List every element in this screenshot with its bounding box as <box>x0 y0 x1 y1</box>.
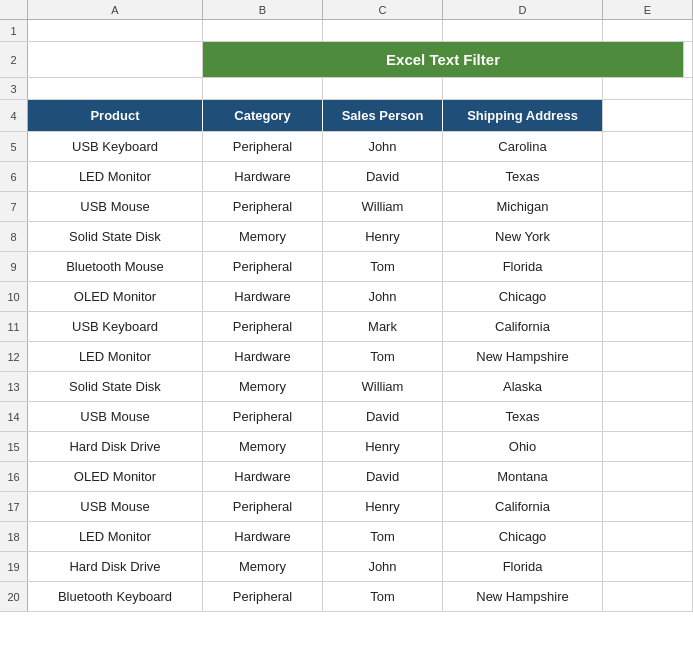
row-7-shipping[interactable]: Michigan <box>443 192 603 221</box>
row-14-product[interactable]: USB Mouse <box>28 402 203 431</box>
row-10-salesperson[interactable]: John <box>323 282 443 311</box>
row-10-shipping[interactable]: Chicago <box>443 282 603 311</box>
row-11-shipping[interactable]: California <box>443 312 603 341</box>
row-19-salesperson[interactable]: John <box>323 552 443 581</box>
row-18-category[interactable]: Hardware <box>203 522 323 551</box>
row-6-salesperson[interactable]: David <box>323 162 443 191</box>
row-7-product[interactable]: USB Mouse <box>28 192 203 221</box>
row-14-shipping[interactable]: Texas <box>443 402 603 431</box>
row-3-e[interactable] <box>443 78 603 99</box>
row-3-f[interactable] <box>603 78 693 99</box>
row-3-c[interactable] <box>203 78 323 99</box>
row-13-product[interactable]: Solid State Disk <box>28 372 203 401</box>
row-18-product[interactable]: LED Monitor <box>28 522 203 551</box>
row-7-extra[interactable] <box>603 192 693 221</box>
row-13-salesperson[interactable]: William <box>323 372 443 401</box>
row-9-category[interactable]: Peripheral <box>203 252 323 281</box>
row-12-salesperson[interactable]: Tom <box>323 342 443 371</box>
row-6-product[interactable]: LED Monitor <box>28 162 203 191</box>
row-3-d[interactable] <box>323 78 443 99</box>
row-5-product[interactable]: USB Keyboard <box>28 132 203 161</box>
row-12-extra[interactable] <box>603 342 693 371</box>
row-9-salesperson[interactable]: Tom <box>323 252 443 281</box>
row-3-b[interactable] <box>28 78 203 99</box>
row-16-product[interactable]: OLED Monitor <box>28 462 203 491</box>
row-1-e[interactable] <box>443 20 603 41</box>
header-category[interactable]: Category <box>203 100 323 131</box>
col-e-header[interactable]: D <box>443 0 603 19</box>
row-17-product[interactable]: USB Mouse <box>28 492 203 521</box>
row-1-c[interactable] <box>203 20 323 41</box>
row-15-salesperson[interactable]: Henry <box>323 432 443 461</box>
row-10-category[interactable]: Hardware <box>203 282 323 311</box>
row-11-product[interactable]: USB Keyboard <box>28 312 203 341</box>
row-20-shipping[interactable]: New Hampshire <box>443 582 603 611</box>
row-20-product[interactable]: Bluetooth Keyboard <box>28 582 203 611</box>
row-1-f[interactable] <box>603 20 693 41</box>
row-1-d[interactable] <box>323 20 443 41</box>
row-8-category[interactable]: Memory <box>203 222 323 251</box>
row-12-shipping[interactable]: New Hampshire <box>443 342 603 371</box>
row-1-b[interactable] <box>28 20 203 41</box>
row-17-shipping[interactable]: California <box>443 492 603 521</box>
row-15-shipping[interactable]: Ohio <box>443 432 603 461</box>
row-4-f[interactable] <box>603 100 693 131</box>
row-5-category[interactable]: Peripheral <box>203 132 323 161</box>
row-16-shipping[interactable]: Montana <box>443 462 603 491</box>
row-17-salesperson[interactable]: Henry <box>323 492 443 521</box>
row-7-category[interactable]: Peripheral <box>203 192 323 221</box>
row-15-product[interactable]: Hard Disk Drive <box>28 432 203 461</box>
row-10-extra[interactable] <box>603 282 693 311</box>
col-d-header[interactable]: C <box>323 0 443 19</box>
title-cell[interactable]: Excel Text Filter <box>203 42 684 77</box>
row-13-shipping[interactable]: Alaska <box>443 372 603 401</box>
row-8-shipping[interactable]: New York <box>443 222 603 251</box>
row-8-product[interactable]: Solid State Disk <box>28 222 203 251</box>
row-18-salesperson[interactable]: Tom <box>323 522 443 551</box>
row-20-category[interactable]: Peripheral <box>203 582 323 611</box>
row-15-category[interactable]: Memory <box>203 432 323 461</box>
row-11-extra[interactable] <box>603 312 693 341</box>
row-17-extra[interactable] <box>603 492 693 521</box>
row-8-extra[interactable] <box>603 222 693 251</box>
row-16-salesperson[interactable]: David <box>323 462 443 491</box>
row-6-shipping[interactable]: Texas <box>443 162 603 191</box>
row-18-extra[interactable] <box>603 522 693 551</box>
row-19-category[interactable]: Memory <box>203 552 323 581</box>
header-product[interactable]: Product <box>28 100 203 131</box>
row-19-extra[interactable] <box>603 552 693 581</box>
row-13-category[interactable]: Memory <box>203 372 323 401</box>
col-c-header[interactable]: B <box>203 0 323 19</box>
col-f-header[interactable]: E <box>603 0 693 19</box>
row-11-salesperson[interactable]: Mark <box>323 312 443 341</box>
row-8-salesperson[interactable]: Henry <box>323 222 443 251</box>
row-2-a[interactable] <box>28 42 203 77</box>
row-19-shipping[interactable]: Florida <box>443 552 603 581</box>
row-6-extra[interactable] <box>603 162 693 191</box>
row-16-extra[interactable] <box>603 462 693 491</box>
row-11-category[interactable]: Peripheral <box>203 312 323 341</box>
row-20-extra[interactable] <box>603 582 693 611</box>
row-17-category[interactable]: Peripheral <box>203 492 323 521</box>
row-10-product[interactable]: OLED Monitor <box>28 282 203 311</box>
row-13-extra[interactable] <box>603 372 693 401</box>
row-7-salesperson[interactable]: William <box>323 192 443 221</box>
row-14-category[interactable]: Peripheral <box>203 402 323 431</box>
col-b-header[interactable]: A <box>28 0 203 19</box>
row-12-category[interactable]: Hardware <box>203 342 323 371</box>
row-20-salesperson[interactable]: Tom <box>323 582 443 611</box>
row-5-salesperson[interactable]: John <box>323 132 443 161</box>
row-5-shipping[interactable]: Carolina <box>443 132 603 161</box>
row-15-extra[interactable] <box>603 432 693 461</box>
row-12-product[interactable]: LED Monitor <box>28 342 203 371</box>
row-14-salesperson[interactable]: David <box>323 402 443 431</box>
row-9-shipping[interactable]: Florida <box>443 252 603 281</box>
row-9-product[interactable]: Bluetooth Mouse <box>28 252 203 281</box>
row-18-shipping[interactable]: Chicago <box>443 522 603 551</box>
row-14-extra[interactable] <box>603 402 693 431</box>
row-5-extra[interactable] <box>603 132 693 161</box>
row-19-product[interactable]: Hard Disk Drive <box>28 552 203 581</box>
header-shipping[interactable]: Shipping Address <box>443 100 603 131</box>
row-6-category[interactable]: Hardware <box>203 162 323 191</box>
header-salesperson[interactable]: Sales Person <box>323 100 443 131</box>
